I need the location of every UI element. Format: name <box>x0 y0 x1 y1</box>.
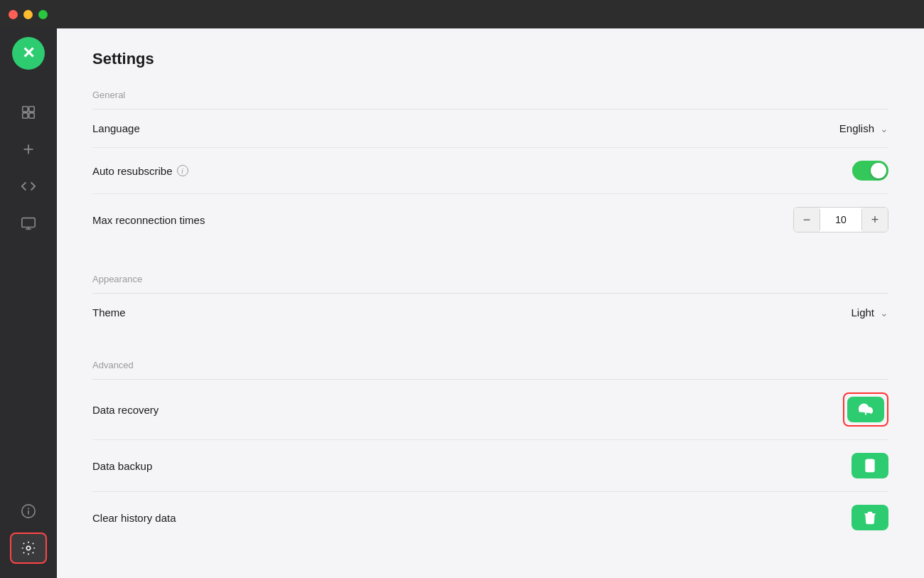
sidebar: ✕ <box>0 0 57 578</box>
data-recovery-row: Data recovery <box>92 380 888 440</box>
sidebar-item-settings[interactable] <box>10 532 47 564</box>
main-content: Settings General Language English ⌄ Auto… <box>57 28 924 578</box>
titlebar <box>0 0 924 28</box>
language-row: Language English ⌄ <box>92 109 888 148</box>
language-chevron-icon: ⌄ <box>880 123 888 134</box>
info-nav-icon <box>21 503 36 519</box>
sidebar-item-monitor[interactable] <box>10 208 47 239</box>
svg-point-12 <box>26 546 31 550</box>
clear-history-button[interactable] <box>852 505 888 530</box>
connections-icon <box>21 105 36 120</box>
settings-nav-icon <box>21 540 36 556</box>
toggle-slider <box>852 161 888 181</box>
theme-value: Light <box>851 306 874 319</box>
svg-rect-1 <box>29 107 34 112</box>
data-recovery-highlight <box>843 392 888 427</box>
appearance-section-label: Appearance <box>92 274 888 284</box>
traffic-lights <box>9 10 48 19</box>
code-icon <box>21 178 36 194</box>
logo-icon: ✕ <box>22 44 35 63</box>
svg-rect-0 <box>23 107 28 112</box>
language-value: English <box>839 122 874 134</box>
auto-resubscribe-info-icon[interactable]: i <box>177 165 188 176</box>
stepper-value: 10 <box>820 209 862 230</box>
advanced-section-label: Advanced <box>92 360 888 370</box>
appearance-section: Appearance Theme Light ⌄ <box>92 274 888 331</box>
svg-rect-3 <box>29 113 34 118</box>
close-button[interactable] <box>9 10 18 19</box>
backup-icon <box>863 459 877 473</box>
language-label: Language <box>92 122 140 134</box>
data-backup-button[interactable] <box>852 453 888 478</box>
app-logo: ✕ <box>12 37 45 70</box>
svg-rect-6 <box>22 218 35 228</box>
sidebar-item-info[interactable] <box>10 496 47 527</box>
auto-resubscribe-label: Auto resubscribe i <box>92 165 188 177</box>
reconnection-stepper: − 10 + <box>793 207 888 232</box>
maximize-button[interactable] <box>38 10 48 19</box>
sidebar-item-add[interactable] <box>10 134 47 165</box>
sidebar-nav <box>10 97 47 496</box>
language-dropdown[interactable]: English ⌄ <box>839 122 888 134</box>
data-backup-label: Data backup <box>92 460 152 472</box>
delete-icon <box>863 510 877 525</box>
auto-resubscribe-toggle[interactable] <box>852 161 888 181</box>
minimize-button[interactable] <box>23 10 33 19</box>
clear-history-label: Clear history data <box>92 512 176 524</box>
max-reconnection-row: Max reconnection times − 10 + <box>92 194 888 245</box>
sidebar-item-code[interactable] <box>10 171 47 202</box>
clear-history-row: Clear history data <box>92 492 888 543</box>
svg-rect-2 <box>23 113 28 118</box>
advanced-section: Advanced Data recovery Data backup <box>92 360 888 543</box>
data-recovery-button[interactable] <box>847 397 884 422</box>
theme-label: Theme <box>92 306 126 319</box>
general-section: General Language English ⌄ Auto resubscr… <box>92 90 888 245</box>
max-reconnection-label: Max reconnection times <box>92 214 205 226</box>
stepper-plus-button[interactable]: + <box>862 208 888 232</box>
add-icon <box>21 141 36 157</box>
stepper-minus-button[interactable]: − <box>794 208 820 232</box>
sidebar-bottom <box>10 496 47 564</box>
general-section-label: General <box>92 90 888 100</box>
theme-row: Theme Light ⌄ <box>92 294 888 331</box>
data-backup-row: Data backup <box>92 440 888 492</box>
theme-dropdown[interactable]: Light ⌄ <box>851 306 888 319</box>
page-title: Settings <box>92 50 888 68</box>
upload-icon <box>859 402 873 417</box>
sidebar-item-connections[interactable] <box>10 97 47 128</box>
data-recovery-label: Data recovery <box>92 404 159 416</box>
auto-resubscribe-row: Auto resubscribe i <box>92 148 888 194</box>
theme-chevron-icon: ⌄ <box>880 307 888 319</box>
monitor-icon <box>21 215 36 231</box>
